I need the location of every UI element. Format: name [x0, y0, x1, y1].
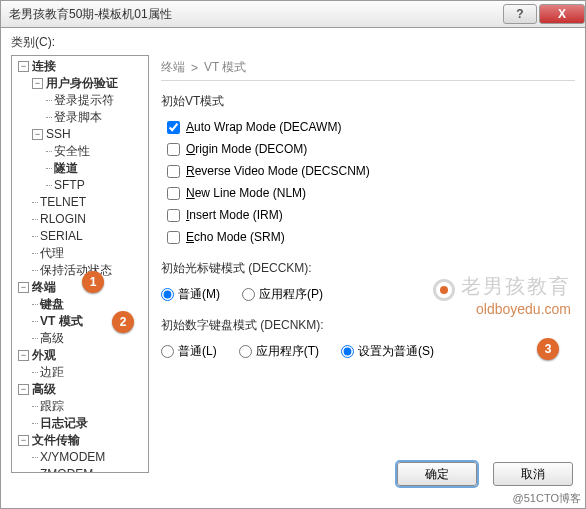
tree-advanced-terminal[interactable]: 高级: [40, 331, 64, 345]
ok-button[interactable]: 确定: [397, 462, 477, 486]
tree-ssh[interactable]: SSH: [46, 127, 71, 141]
breadcrumb-sep: >: [191, 61, 198, 75]
checkbox-autowrap[interactable]: [167, 121, 180, 134]
checkbox-echo[interactable]: [167, 231, 180, 244]
label-reverse[interactable]: Reverse Video Mode (DECSCNM): [186, 164, 370, 178]
section-init-vt: 初始VT模式: [161, 93, 575, 110]
tree-telnet[interactable]: TELNET: [40, 195, 86, 209]
breadcrumb-parent: 终端: [161, 59, 185, 76]
breadcrumb: 终端 > VT 模式: [161, 55, 575, 81]
settings-panel: 终端 > VT 模式 初始VT模式 Auto Wrap Mode (DECAWM…: [149, 55, 575, 473]
tree-auth[interactable]: 用户身份验证: [46, 76, 118, 90]
tree-sftp[interactable]: SFTP: [54, 178, 85, 192]
checkbox-newline[interactable]: [167, 187, 180, 200]
checkbox-reverse[interactable]: [167, 165, 180, 178]
section-cursor: 初始光标键模式 (DECCKM):: [161, 260, 575, 277]
tree-login-prompt[interactable]: 登录提示符: [54, 93, 114, 107]
tree-serial[interactable]: SERIAL: [40, 229, 83, 243]
tree-file-transfer[interactable]: 文件传输: [32, 433, 80, 447]
tree-logging[interactable]: 日志记录: [40, 416, 88, 430]
tree-tunnel[interactable]: 隧道: [54, 161, 78, 175]
tree-connection[interactable]: 连接: [32, 59, 56, 73]
tree-trace[interactable]: 跟踪: [40, 399, 64, 413]
radio-numpad-normal[interactable]: 普通(L): [161, 343, 217, 360]
radio-cursor-normal[interactable]: 普通(M): [161, 286, 220, 303]
label-echo[interactable]: Echo Mode (SRM): [186, 230, 285, 244]
tree-margin[interactable]: 边距: [40, 365, 64, 379]
tree-keyboard[interactable]: 键盘: [40, 297, 64, 311]
tree-appearance[interactable]: 外观: [32, 348, 56, 362]
label-insert[interactable]: Insert Mode (IRM): [186, 208, 283, 222]
cancel-button[interactable]: 取消: [493, 462, 573, 486]
dialog-body: 类别(C): −连接 −用户身份验证 登录提示符 登录脚本 −SSH: [0, 28, 586, 509]
tree-rlogin[interactable]: RLOGIN: [40, 212, 86, 226]
section-numpad: 初始数字键盘模式 (DECNKM):: [161, 317, 575, 334]
tree-vtmode[interactable]: VT 模式: [40, 314, 83, 328]
attribution: @51CTO博客: [513, 491, 581, 506]
help-button[interactable]: ?: [503, 4, 537, 24]
collapse-icon[interactable]: −: [18, 61, 29, 72]
radio-cursor-app[interactable]: 应用程序(P): [242, 286, 323, 303]
tree-xymodem[interactable]: X/YMODEM: [40, 450, 105, 464]
breadcrumb-current: VT 模式: [204, 59, 246, 76]
badge-3: 3: [537, 338, 559, 360]
checkbox-origin[interactable]: [167, 143, 180, 156]
category-label: 类别(C):: [11, 34, 575, 51]
tree-proxy[interactable]: 代理: [40, 246, 64, 260]
tree-terminal[interactable]: 终端: [32, 280, 56, 294]
label-newline[interactable]: New Line Mode (NLM): [186, 186, 306, 200]
close-button[interactable]: X: [539, 4, 585, 24]
titlebar: 老男孩教育50期-模板机01属性 ? X: [0, 0, 586, 28]
tree-login-script[interactable]: 登录脚本: [54, 110, 102, 124]
label-autowrap[interactable]: Auto Wrap Mode (DECAWM): [186, 120, 341, 134]
radio-numpad-setnormal[interactable]: 设置为普通(S): [341, 343, 434, 360]
badge-2: 2: [112, 311, 134, 333]
checkbox-insert[interactable]: [167, 209, 180, 222]
tree-security[interactable]: 安全性: [54, 144, 90, 158]
tree-advanced[interactable]: 高级: [32, 382, 56, 396]
badge-1: 1: [82, 271, 104, 293]
tree-zmodem[interactable]: ZMODEM: [40, 467, 93, 473]
radio-numpad-app[interactable]: 应用程序(T): [239, 343, 319, 360]
category-tree[interactable]: −连接 −用户身份验证 登录提示符 登录脚本 −SSH 安全性 隧道: [11, 55, 149, 473]
window-title: 老男孩教育50期-模板机01属性: [9, 6, 501, 23]
label-origin[interactable]: Origin Mode (DECOM): [186, 142, 307, 156]
